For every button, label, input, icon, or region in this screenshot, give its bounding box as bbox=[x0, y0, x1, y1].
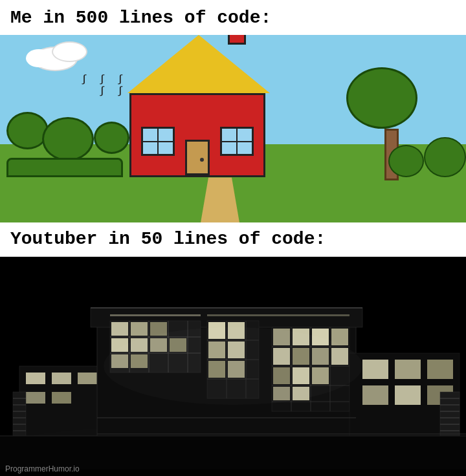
window-left bbox=[141, 127, 175, 156]
svg-rect-6 bbox=[26, 392, 45, 404]
footer: ProgrammerHumor.io bbox=[5, 464, 80, 473]
middle-caption: Youtuber in 50 lines of code: bbox=[0, 222, 466, 256]
window-right bbox=[220, 127, 254, 156]
footer-text: ProgrammerHumor.io bbox=[5, 464, 80, 473]
svg-rect-85 bbox=[207, 314, 350, 316]
meme-container: Me in 500 lines of code: ∫ ∫ ∫ ∫ ∫ bbox=[0, 0, 466, 476]
architectural-render-image: ProgrammerHumor.io bbox=[0, 257, 466, 476]
svg-rect-71 bbox=[362, 385, 388, 405]
svg-rect-70 bbox=[427, 360, 453, 379]
roof bbox=[128, 35, 270, 93]
door bbox=[185, 140, 210, 175]
svg-rect-4 bbox=[52, 373, 71, 384]
svg-rect-84 bbox=[110, 314, 201, 316]
svg-rect-26 bbox=[131, 322, 148, 336]
tree-right-foliage bbox=[346, 67, 417, 129]
birds: ∫ ∫ ∫ ∫ ∫ bbox=[80, 74, 126, 97]
svg-rect-5 bbox=[78, 373, 97, 384]
svg-point-83 bbox=[104, 327, 362, 405]
left-shrub-base bbox=[6, 158, 123, 177]
top-caption: Me in 500 lines of code: bbox=[0, 0, 466, 35]
right-shrubs bbox=[388, 137, 466, 177]
svg-rect-7 bbox=[52, 392, 71, 404]
svg-rect-72 bbox=[395, 385, 421, 405]
cartoon-house-image: ∫ ∫ ∫ ∫ ∫ bbox=[0, 35, 466, 222]
door-knob bbox=[200, 158, 204, 162]
svg-rect-68 bbox=[362, 360, 388, 379]
left-shrubs bbox=[6, 112, 129, 161]
building-svg bbox=[0, 263, 466, 470]
svg-rect-69 bbox=[395, 360, 421, 379]
house-body bbox=[129, 93, 265, 177]
house bbox=[129, 93, 265, 177]
svg-rect-25 bbox=[111, 322, 128, 336]
svg-rect-3 bbox=[26, 373, 45, 384]
